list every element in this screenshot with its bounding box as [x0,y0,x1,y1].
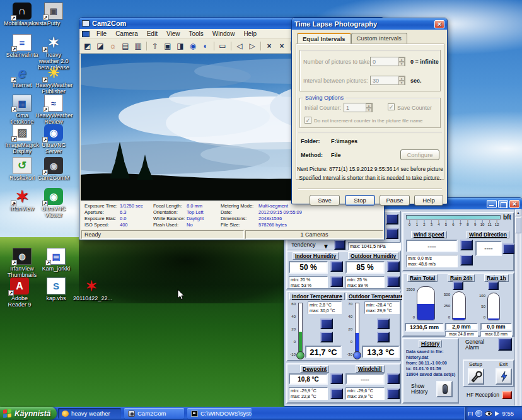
desktop-icon-irfanview-thumbnails[interactable]: ◍IrfanView Thumbnails [4,248,40,278]
rain-24h-value: 2,0 mm [445,323,478,330]
close-button[interactable] [434,20,444,28]
tray-app-icon[interactable] [475,410,482,417]
print-icon[interactable]: ▥ [132,40,144,52]
acquire-image-icon[interactable]: ◩ [81,40,94,52]
save-icon[interactable]: ▤ [119,40,132,52]
desktop-icon-image-file[interactable]: ✶20110422_22... [73,277,110,301]
desktop-icon-ultravnc-viewer[interactable]: ◉UltraVNC Viewer [35,188,72,218]
show-history-button[interactable] [436,381,453,397]
delete-icon[interactable]: × [263,40,276,52]
dewpoint-alarm-button[interactable] [330,388,343,399]
spin-down-icon[interactable] [366,108,372,112]
rain-24h-alarm-button[interactable] [453,281,463,290]
stop-button[interactable]: Stop [345,195,375,206]
lens-icon[interactable]: ◉ [187,40,199,52]
language-indicator[interactable]: FI [468,410,473,417]
indoor-humidity-alarm-button[interactable] [330,276,343,287]
windchill-graph-button[interactable] [387,373,400,384]
task-cmd[interactable]: C:\WINDOWS\syste... [187,408,252,419]
indoor-temperature-alarm-button[interactable] [320,332,333,342]
close-button[interactable] [509,200,519,208]
timelapse-titlebar[interactable]: Time Lapse Photography [292,18,447,30]
capture-icon[interactable]: ◪ [94,40,107,52]
desktop-icon-adobe-reader[interactable]: AAdobe Reader 9 [1,277,38,308]
desktop-icon-kap-vbs[interactable]: Skap.vbs [38,277,74,301]
desktop-icon-hw-publisher[interactable]: ☀HeavyWeather Publisher [35,64,72,95]
configure-button[interactable]: Configure [400,149,439,160]
scrollbar-thumb[interactable] [515,217,521,233]
menu-file[interactable]: File [92,30,111,38]
desktop-icon-ultravnc-server[interactable]: ◉UltraVNC Server [35,124,72,155]
task-heavy-weather[interactable]: heavy weather [58,408,121,419]
preview-icon[interactable]: ▣ [161,40,174,52]
hf-reception-indicator[interactable] [502,391,512,399]
menu-camera[interactable]: Camera [111,30,142,38]
next-image-icon[interactable]: ▷ [246,40,258,52]
tab-custom-intervals[interactable]: Custom Intervals [351,33,407,44]
document-icon[interactable]: ▭ [216,40,229,52]
general-alarm-button[interactable] [498,338,512,351]
dewpoint-graph-button[interactable] [330,373,343,384]
task-cam2com[interactable]: Cam2Com [124,408,184,419]
globe-icon[interactable]: ◐ [199,40,212,52]
pressure-graph-button[interactable] [386,214,398,225]
tendency-button[interactable] [334,240,345,250]
pause-button[interactable]: Pause [380,195,410,206]
pressure-alarm-button[interactable] [386,228,398,239]
start-button[interactable]: Käynnistä [0,407,57,420]
beaufort-unit-label: bft [503,214,511,220]
setup-button[interactable] [468,368,484,385]
windchill-alarm-button[interactable] [387,388,400,399]
tab-equal-intervals[interactable]: Equal Intervals [297,33,351,44]
indoor-temperature-graph-button[interactable] [320,318,333,329]
camera-image-icon[interactable]: ◨ [174,40,187,52]
clock[interactable]: 9:55 [502,410,514,417]
outdoor-humidity-alarm-button[interactable] [387,276,400,287]
desktop-icon-cam2comm[interactable]: ◉Cam2ComM [35,157,72,181]
divider [298,132,442,133]
previous-image-icon[interactable]: ◁ [233,40,246,52]
spin-up-icon[interactable] [366,103,372,108]
save-button[interactable]: Save [310,195,340,206]
wind-direction-alarm-button[interactable] [502,243,515,254]
help-button[interactable]: Help [414,195,443,206]
volume-icon[interactable] [495,411,499,416]
rain-1h-alarm-button[interactable] [488,281,499,290]
outdoor-humidity-graph-button[interactable] [387,261,400,272]
pictures-input[interactable]: 0 [370,57,405,66]
desktop-icon-hw-review[interactable]: ≈HeavyWeather Review [35,95,72,125]
spin-down-icon[interactable] [398,81,405,85]
menu-edit[interactable]: Edit [142,30,162,38]
indoor-humidity-graph-button[interactable] [330,261,343,272]
desktop-icon-kam-jorkki[interactable]: ▤Kam_jorkki [38,248,74,272]
spin-down-icon[interactable] [398,62,405,66]
desktop-icon-putty[interactable]: ▣Putty [35,3,72,26]
exit-button[interactable] [496,368,512,385]
menu-help[interactable]: Help [239,30,261,38]
settings-icon[interactable]: ☼ [107,40,119,52]
outdoor-temperature-graph-button[interactable] [377,318,390,329]
interval-input[interactable]: 30 [370,76,405,85]
minimize-button[interactable] [487,200,497,208]
no-increment-checkbox[interactable] [304,117,311,124]
spinner-arrows[interactable] [398,57,405,66]
spinner-arrows[interactable] [366,103,372,112]
menu-window[interactable]: Window [208,30,240,38]
weather-scrollbar[interactable] [514,209,521,405]
wind-speed-graph-button[interactable] [460,240,473,250]
menu-view[interactable]: View [162,30,185,38]
outdoor-temperature-alarm-button[interactable] [377,332,390,342]
spin-up-icon[interactable] [398,76,405,81]
adobe-reader-icon: A [10,277,29,295]
maximize-button[interactable] [498,200,508,208]
transfer-icon[interactable]: ⇧ [149,40,161,52]
save-counter-checkbox[interactable] [388,103,395,110]
initial-counter-input[interactable]: 1 [344,103,373,112]
scroll-up-arrow[interactable] [515,209,521,216]
delete-all-icon[interactable]: × [276,40,288,52]
ultravnc-tray-icon[interactable] [485,411,492,416]
spin-up-icon[interactable] [398,57,405,62]
spinner-arrows[interactable] [398,76,405,85]
wind-speed-alarm-button[interactable] [460,255,473,265]
menu-tools[interactable]: Tools [184,30,207,38]
